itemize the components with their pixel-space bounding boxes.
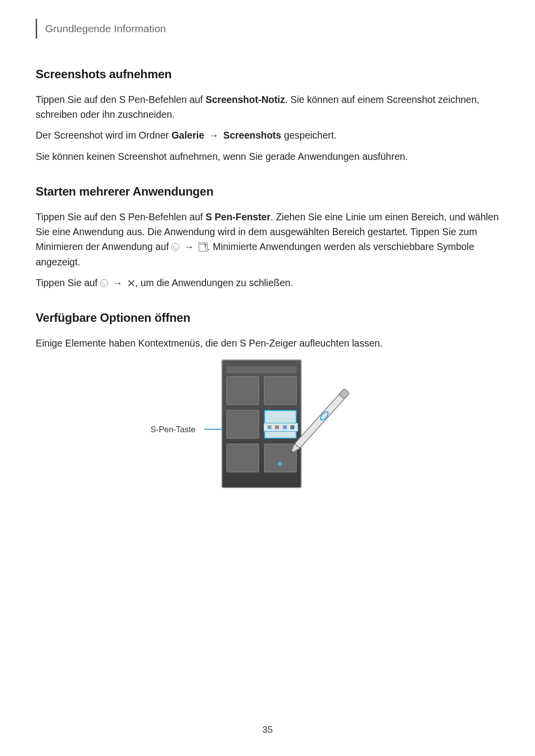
heading-screenshots: Screenshots aufnehmen bbox=[36, 67, 499, 81]
circle-handle-icon bbox=[100, 279, 108, 287]
para-s2-1: Tippen Sie auf den S Pen-Befehlen auf S … bbox=[36, 209, 499, 269]
para-s3-1: Einige Elemente haben Kontextmenüs, die … bbox=[36, 336, 499, 351]
device-tile bbox=[226, 376, 259, 405]
section-available-options: Verfügbare Optionen öffnen Einige Elemen… bbox=[36, 311, 499, 498]
page-number: 35 bbox=[0, 724, 535, 735]
device-notch bbox=[226, 366, 297, 373]
para-s2-2: Tippen Sie auf → , um die Anwendungen zu… bbox=[36, 275, 499, 290]
heading-available-options: Verfügbare Optionen öffnen bbox=[36, 311, 499, 325]
illustration-label: S-Pen-Taste bbox=[151, 425, 196, 434]
section-screenshots: Screenshots aufnehmen Tippen Sie auf den… bbox=[36, 67, 499, 164]
close-x-icon bbox=[127, 279, 135, 287]
header-title: Grundlegende Information bbox=[45, 23, 166, 35]
header-accent-bar bbox=[36, 19, 37, 39]
para-s1-3: Sie können keinen Screenshot aufnehmen, … bbox=[36, 149, 499, 164]
page-header: Grundlegende Information bbox=[36, 19, 499, 39]
circle-handle-icon bbox=[171, 243, 179, 251]
s-pen-icon bbox=[276, 381, 356, 470]
minimize-icon bbox=[199, 243, 208, 252]
para-s1-2: Der Screenshot wird im Ordner Galerie → … bbox=[36, 128, 499, 143]
heading-multi-apps: Starten mehrerer Anwendungen bbox=[36, 185, 499, 199]
illustration-container: S-Pen-Taste bbox=[36, 359, 499, 498]
device-tile bbox=[226, 410, 259, 439]
para-s1-1: Tippen Sie auf den S Pen-Befehlen auf Sc… bbox=[36, 92, 499, 122]
device-tile bbox=[226, 444, 259, 472]
context-menu-icon bbox=[268, 425, 271, 429]
svg-rect-0 bbox=[295, 389, 350, 449]
section-multi-apps: Starten mehrerer Anwendungen Tippen Sie … bbox=[36, 185, 499, 290]
